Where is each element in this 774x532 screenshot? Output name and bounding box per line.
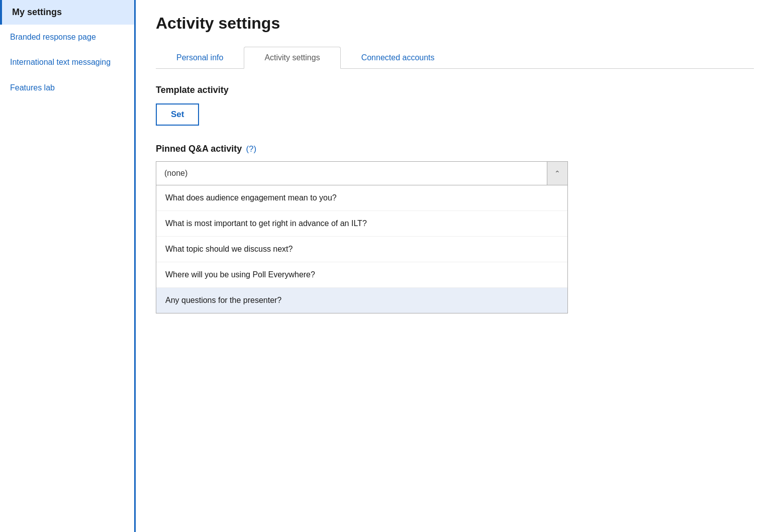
pinned-qa-label: Pinned Q&A activity: [156, 144, 242, 154]
chevron-up-icon[interactable]: ⌃: [547, 162, 567, 185]
dropdown-option[interactable]: Where will you be using Poll Everywhere?: [156, 262, 567, 288]
sidebar-item-international-text[interactable]: International text messaging: [0, 50, 134, 75]
pinned-qa-title: Pinned Q&A activity (?): [156, 144, 754, 154]
page-title: Activity settings: [156, 14, 754, 33]
dropdown-option[interactable]: What topic should we discuss next?: [156, 237, 567, 262]
sidebar-item-branded-response[interactable]: Branded response page: [0, 25, 134, 50]
dropdown-option-highlighted[interactable]: Any questions for the presenter?: [156, 288, 567, 313]
dropdown-option[interactable]: What is most important to get right in a…: [156, 211, 567, 237]
dropdown-selected-value: (none): [164, 169, 547, 178]
set-button[interactable]: Set: [156, 103, 199, 126]
pinned-qa-dropdown[interactable]: (none) ⌃ What does audience engagement m…: [156, 161, 568, 313]
sidebar: My settings Branded response page Intern…: [0, 0, 136, 532]
sidebar-active-item: My settings: [0, 0, 134, 25]
dropdown-selected-bar[interactable]: (none) ⌃: [156, 161, 568, 185]
tab-personal-info[interactable]: Personal info: [156, 47, 244, 69]
tab-activity-settings[interactable]: Activity settings: [244, 47, 340, 69]
template-activity-title: Template activity: [156, 85, 754, 95]
dropdown-option[interactable]: What does audience engagement mean to yo…: [156, 185, 567, 211]
dropdown-options-list: What does audience engagement mean to yo…: [156, 185, 568, 313]
pinned-qa-help-icon[interactable]: (?): [246, 144, 256, 154]
main-content: Activity settings Personal info Activity…: [136, 0, 774, 532]
pinned-qa-section: Pinned Q&A activity (?) (none) ⌃ What do…: [156, 144, 754, 313]
template-activity-section: Template activity Set: [156, 85, 754, 144]
tabs-container: Personal info Activity settings Connecte…: [156, 47, 754, 69]
sidebar-item-features-lab[interactable]: Features lab: [0, 75, 134, 100]
tab-connected-accounts[interactable]: Connected accounts: [341, 47, 455, 69]
